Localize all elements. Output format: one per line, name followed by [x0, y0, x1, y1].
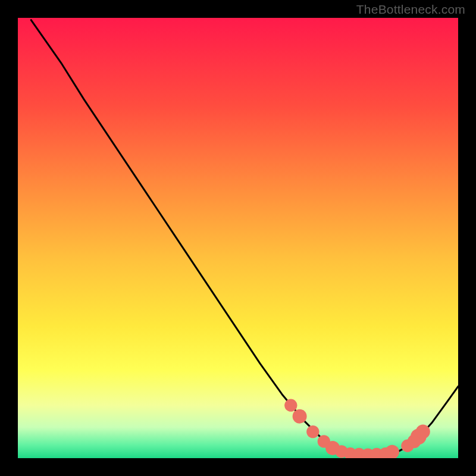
- data-marker: [284, 399, 297, 412]
- watermark-text: TheBottleneck.com: [356, 2, 465, 17]
- chart-background: [18, 18, 458, 458]
- chart-area: [18, 18, 458, 458]
- data-marker: [416, 425, 430, 439]
- data-marker: [306, 425, 319, 438]
- data-marker: [293, 409, 307, 424]
- chart-svg: [18, 18, 458, 458]
